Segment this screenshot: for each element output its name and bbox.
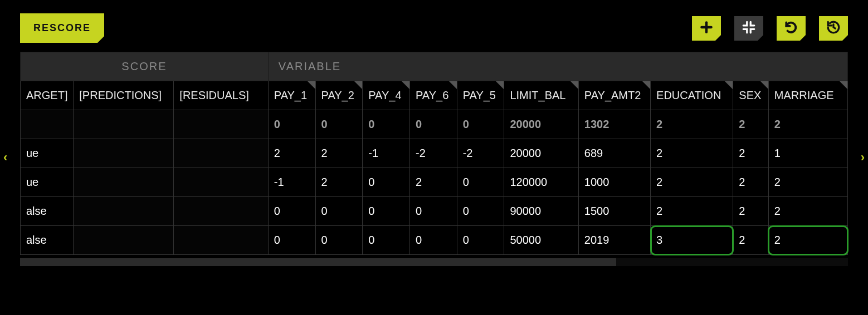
cell-var[interactable]: 3: [651, 226, 733, 255]
cell-predictions[interactable]: [74, 226, 174, 255]
cell-var[interactable]: 0: [315, 110, 363, 139]
cell-var[interactable]: -2: [457, 139, 504, 168]
horizontal-scrollbar[interactable]: [20, 258, 848, 266]
cell-var[interactable]: 2: [315, 139, 363, 168]
cell-var[interactable]: 2: [768, 110, 847, 139]
cell-var[interactable]: 2019: [578, 226, 650, 255]
cell-var[interactable]: 2: [733, 197, 769, 226]
rescore-button[interactable]: RESCORE: [20, 13, 104, 43]
cell-var[interactable]: 0: [457, 197, 504, 226]
col-pay6[interactable]: PAY_6: [409, 81, 457, 110]
cell-var[interactable]: 2: [768, 168, 847, 197]
col-pay5[interactable]: PAY_5: [457, 81, 504, 110]
history-icon: [826, 20, 841, 36]
compress-button[interactable]: [734, 16, 763, 41]
data-table-container: SCORE VARIABLE ARGET] [PREDICTIONS] [RES…: [20, 52, 848, 255]
col-pay4[interactable]: PAY_4: [363, 81, 410, 110]
cell-var[interactable]: 0: [409, 110, 457, 139]
cell-var[interactable]: 2: [733, 139, 769, 168]
col-limitbal[interactable]: LIMIT_BAL: [504, 81, 578, 110]
cell-var[interactable]: 20000: [504, 110, 578, 139]
scrollbar-thumb[interactable]: [20, 258, 616, 266]
data-table: SCORE VARIABLE ARGET] [PREDICTIONS] [RES…: [20, 52, 848, 255]
cell-var[interactable]: 0: [457, 226, 504, 255]
table-row[interactable]: ue22-1-2-220000689221: [21, 139, 848, 168]
cell-var[interactable]: 0: [315, 226, 363, 255]
group-header-row: SCORE VARIABLE: [21, 52, 848, 81]
col-target[interactable]: ARGET]: [21, 81, 74, 110]
history-button[interactable]: [819, 16, 848, 41]
cell-var[interactable]: 2: [268, 139, 315, 168]
cell-var[interactable]: 0: [315, 197, 363, 226]
cell-var[interactable]: 50000: [504, 226, 578, 255]
undo-button[interactable]: [777, 16, 806, 41]
page-next[interactable]: ›: [861, 150, 865, 165]
col-payamt2[interactable]: PAY_AMT2: [578, 81, 650, 110]
cell-var[interactable]: 0: [457, 110, 504, 139]
cell-target[interactable]: alse: [21, 197, 74, 226]
cell-var[interactable]: 689: [578, 139, 650, 168]
cell-var[interactable]: 2: [315, 168, 363, 197]
cell-predictions[interactable]: [74, 197, 174, 226]
table-row[interactable]: alse00000900001500222: [21, 197, 848, 226]
cell-residuals[interactable]: [174, 226, 268, 255]
col-residuals[interactable]: [RESIDUALS]: [174, 81, 268, 110]
add-button[interactable]: [692, 16, 721, 41]
cell-var[interactable]: 2: [651, 139, 733, 168]
cell-var[interactable]: 0: [268, 110, 315, 139]
cell-var[interactable]: 0: [457, 168, 504, 197]
cell-var[interactable]: 2: [651, 110, 733, 139]
cell-var[interactable]: -1: [268, 168, 315, 197]
table-row[interactable]: ue-120201200001000222: [21, 168, 848, 197]
cell-var[interactable]: 90000: [504, 197, 578, 226]
col-sex[interactable]: SEX: [733, 81, 769, 110]
cell-var[interactable]: -2: [409, 139, 457, 168]
col-predictions[interactable]: [PREDICTIONS]: [74, 81, 174, 110]
cell-var[interactable]: 20000: [504, 139, 578, 168]
cell-var[interactable]: 0: [363, 197, 410, 226]
plus-icon: [699, 20, 714, 36]
col-pay2[interactable]: PAY_2: [315, 81, 363, 110]
cell-var[interactable]: 1500: [578, 197, 650, 226]
cell-var[interactable]: 0: [409, 197, 457, 226]
cell-var[interactable]: 0: [363, 110, 410, 139]
col-pay1[interactable]: PAY_1: [268, 81, 315, 110]
cell-var[interactable]: 2: [768, 226, 847, 255]
group-header-score: SCORE: [21, 52, 269, 81]
cell-var[interactable]: 2: [733, 110, 769, 139]
cell-residuals[interactable]: [174, 110, 268, 139]
cell-target[interactable]: ue: [21, 139, 74, 168]
cell-var[interactable]: 2: [733, 168, 769, 197]
cell-var[interactable]: 1: [768, 139, 847, 168]
cell-var[interactable]: 0: [268, 226, 315, 255]
cell-residuals[interactable]: [174, 197, 268, 226]
cell-var[interactable]: 0: [363, 168, 410, 197]
cell-var[interactable]: 0: [363, 226, 410, 255]
cell-var[interactable]: 1000: [578, 168, 650, 197]
cell-var[interactable]: 0: [409, 226, 457, 255]
table-row[interactable]: alse00000500002019322: [21, 226, 848, 255]
page-prev[interactable]: ‹: [3, 150, 7, 165]
cell-var[interactable]: 2: [651, 168, 733, 197]
cell-predictions[interactable]: [74, 168, 174, 197]
cell-var[interactable]: 2: [409, 168, 457, 197]
cell-var[interactable]: -1: [363, 139, 410, 168]
table-row[interactable]: 00000200001302222: [21, 110, 848, 139]
cell-residuals[interactable]: [174, 168, 268, 197]
cell-predictions[interactable]: [74, 110, 174, 139]
cell-var[interactable]: 2: [733, 226, 769, 255]
cell-target[interactable]: alse: [21, 226, 74, 255]
cell-var[interactable]: 0: [268, 197, 315, 226]
table-body: 00000200001302222ue22-1-2-220000689221ue…: [21, 110, 848, 255]
cell-var[interactable]: 2: [768, 197, 847, 226]
cell-predictions[interactable]: [74, 139, 174, 168]
col-education[interactable]: EDUCATION: [651, 81, 733, 110]
col-marriage[interactable]: MARRIAGE: [768, 81, 847, 110]
undo-icon: [784, 20, 798, 36]
cell-target[interactable]: ue: [21, 168, 74, 197]
cell-var[interactable]: 120000: [504, 168, 578, 197]
cell-target[interactable]: [21, 110, 74, 139]
cell-var[interactable]: 1302: [578, 110, 650, 139]
cell-var[interactable]: 2: [651, 197, 733, 226]
cell-residuals[interactable]: [174, 139, 268, 168]
